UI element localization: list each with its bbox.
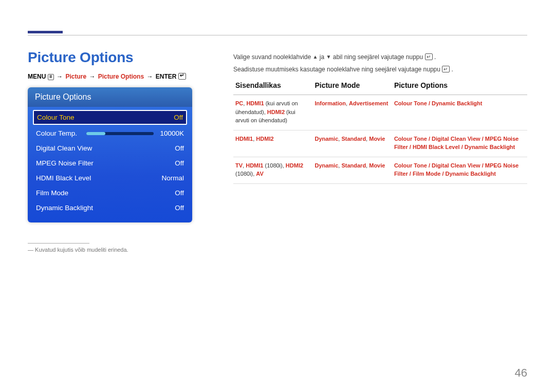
osd-row[interactable]: Dynamic BacklightOff xyxy=(33,200,187,215)
col-source: Sisendallikas xyxy=(233,79,312,95)
enter-icon xyxy=(425,53,433,60)
highlight-term: / xyxy=(440,171,445,177)
osd-row-value: 10000K xyxy=(160,129,184,137)
intro-text: ja xyxy=(320,53,326,61)
highlight-term: HDMI1 xyxy=(246,100,264,106)
footnote-text: Kuvatud kujutis võib mudeliti erineda. xyxy=(35,247,128,253)
intro-text: abil ning seejärel vajutage nuppu xyxy=(333,53,425,61)
osd-row-label: MPEG Noise Filter xyxy=(36,159,94,167)
osd-row-label: Colour Temp. xyxy=(36,129,77,137)
cell-source: PC, HDMI1 (kui arvuti on ühendatud), HDM… xyxy=(233,95,312,130)
highlight-term: / xyxy=(427,136,432,142)
cell-source: TV, HDMI1 (1080i), HDMI2 (1080i), AV xyxy=(233,157,312,183)
highlight-term: HDMI1 xyxy=(246,162,263,169)
highlight-term: / xyxy=(408,171,413,177)
intro-text: . xyxy=(434,53,436,61)
highlight-term: / xyxy=(408,144,413,150)
arrow-up-icon: ▲ xyxy=(313,53,318,61)
osd-slider-fill xyxy=(86,132,105,135)
highlight-term: Film Mode xyxy=(413,171,440,177)
highlight-term: Standard xyxy=(341,136,366,142)
osd-row[interactable]: Colour Temp.10000K xyxy=(33,126,187,141)
highlight-term: / xyxy=(480,162,485,169)
highlight-term: HDMI2 xyxy=(256,136,273,142)
col-options: Picture Options xyxy=(392,79,527,95)
page-number: 46 xyxy=(515,366,527,380)
highlight-term: Dynamic xyxy=(314,136,338,142)
plain-term: (1080i), xyxy=(235,171,256,177)
highlight-term: Standard xyxy=(341,162,366,169)
breadcrumb-arrow: → xyxy=(88,73,96,80)
highlight-term: Movie xyxy=(369,136,385,142)
highlight-term: HDMI1 xyxy=(235,136,253,142)
highlight-term: AV xyxy=(256,171,263,177)
osd-row-label: Colour Tone xyxy=(37,114,75,121)
highlight-term: Digital Clean View xyxy=(432,136,480,142)
highlight-term: / xyxy=(460,144,465,150)
osd-row[interactable]: Film ModeOff xyxy=(33,185,187,200)
plain-term: (1080i), xyxy=(263,162,285,169)
footnote: ― Kuvatud kujutis võib mudeliti erineda. xyxy=(28,247,208,253)
intro-text: . xyxy=(452,66,453,73)
breadcrumb-arrow: → xyxy=(145,73,154,80)
cell-mode: Dynamic, Standard, Movie xyxy=(312,157,392,183)
osd-row-label: Film Mode xyxy=(36,189,68,197)
header-accent xyxy=(28,31,63,33)
highlight-term: / xyxy=(480,136,485,142)
osd-row-value: Off xyxy=(175,144,184,152)
arrow-down-icon: ▼ xyxy=(326,53,331,61)
highlight-term: HDMI2 xyxy=(286,162,303,169)
osd-row-value: Off xyxy=(175,204,184,212)
enter-icon xyxy=(178,73,186,80)
intro-line-2: Seadistuse muutmiseks kasutage nooleklah… xyxy=(233,65,527,74)
cell-mode: Dynamic, Standard, Movie xyxy=(312,130,392,157)
table-row: HDMI1, HDMI2Dynamic, Standard, MovieColo… xyxy=(233,130,527,157)
osd-row-value: Off xyxy=(175,159,184,167)
osd-row-value: Off xyxy=(174,114,183,121)
osd-row-value: Normal xyxy=(161,174,184,182)
highlight-term: Movie xyxy=(369,162,385,169)
highlight-term: Colour Tone xyxy=(394,100,427,106)
cell-mode: Information, Advertisement xyxy=(312,95,392,130)
osd-slider[interactable] xyxy=(86,132,154,135)
osd-panel: Picture Options Colour ToneOffColour Tem… xyxy=(28,87,192,222)
breadcrumb-picture-options: Picture Options xyxy=(98,73,144,80)
highlight-term: Dynamic xyxy=(314,162,338,169)
cell-options: Colour Tone / Digital Clean View / MPEG … xyxy=(392,157,527,183)
highlight-term: HDMI Black Level xyxy=(413,144,460,150)
cell-options: Colour Tone / Digital Clean View / MPEG … xyxy=(392,130,527,157)
osd-row-label: HDMI Black Level xyxy=(36,174,91,182)
osd-header: Picture Options xyxy=(28,87,192,107)
highlight-term: Dynamic Backlight xyxy=(432,100,482,106)
intro-line-1: Valige suvand nooleklahvide ▲ ja ▼ abil … xyxy=(233,52,527,62)
highlight-term: Colour Tone xyxy=(394,136,427,142)
highlight-term: Advertisement xyxy=(349,100,388,106)
osd-row[interactable]: Digital Clean ViewOff xyxy=(33,141,187,156)
highlight-term: Dynamic Backlight xyxy=(446,171,496,177)
table-row: TV, HDMI1 (1080i), HDMI2 (1080i), AVDyna… xyxy=(233,157,527,183)
osd-row[interactable]: HDMI Black LevelNormal xyxy=(33,171,187,185)
breadcrumb-picture: Picture xyxy=(65,73,86,80)
col-mode: Picture Mode xyxy=(312,79,392,95)
breadcrumb: MENU Ⅲ → Picture → Picture Options → ENT… xyxy=(28,73,208,80)
osd-body: Colour ToneOffColour Temp.10000KDigital … xyxy=(28,107,192,222)
highlight-term: PC xyxy=(235,100,243,106)
menu-icon: Ⅲ xyxy=(48,74,54,80)
highlight-term: Dynamic Backlight xyxy=(465,144,515,150)
highlight-term: / xyxy=(427,162,432,169)
breadcrumb-arrow: → xyxy=(55,73,64,80)
highlight-term: HDMI2 xyxy=(267,109,285,115)
cell-options: Colour Tone / Dynamic Backlight xyxy=(392,95,527,130)
highlight-term: Digital Clean View xyxy=(432,162,480,169)
page-title: Picture Options xyxy=(28,49,208,66)
highlight-term: Information xyxy=(314,100,346,106)
intro-text: Valige suvand nooleklahvide xyxy=(233,53,313,61)
highlight-term: Colour Tone xyxy=(394,162,427,169)
highlight-term: TV xyxy=(235,162,243,169)
breadcrumb-menu: MENU xyxy=(28,73,46,80)
intro-text: Seadistuse muutmiseks kasutage nooleklah… xyxy=(233,66,442,73)
osd-row[interactable]: Colour ToneOff xyxy=(33,110,187,125)
osd-row-value: Off xyxy=(175,189,184,197)
osd-row[interactable]: MPEG Noise FilterOff xyxy=(33,156,187,171)
enter-icon xyxy=(442,66,450,72)
